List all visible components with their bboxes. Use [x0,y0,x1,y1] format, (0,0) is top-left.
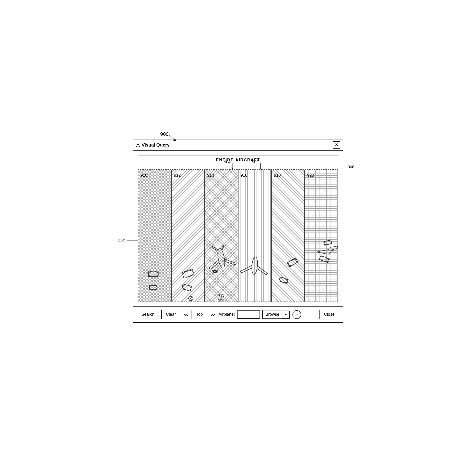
col-920: 920 [305,170,338,302]
col-label-912: 912 [174,173,181,178]
col-label-918: 918 [274,173,281,178]
label-906: 906 [212,270,218,274]
col-910: 910 [138,170,172,302]
toolbar: Search Clear ≪ Top ≫ Airplane: Browse ▼ … [133,307,343,322]
col-912: 912 [172,170,205,302]
browse-button[interactable]: Browse [263,310,282,318]
col-label-914: 914 [207,173,214,178]
clear-button[interactable]: Clear [161,310,180,319]
search-button[interactable]: Search [137,310,159,319]
svg-point-23 [320,256,330,263]
col-914: 914 [205,170,238,302]
window: △ Visual Query ✕ ENTIRE AIRCRAFT 908 904 [133,139,343,323]
svg-point-0 [148,271,158,277]
circle-icon: ○ [296,312,298,317]
airplane-label: Airplane: [218,312,235,317]
columns-container: 910 [138,170,338,302]
col-912-svg [172,170,205,302]
col-916-svg [238,170,271,302]
browse-dropdown-button[interactable]: ▼ [282,311,290,318]
browse-wrap: Browse ▼ [262,310,290,319]
fwd-arrow[interactable]: ≫ [210,312,216,317]
diagram-wrapper: 908 904 905 [138,169,338,302]
back-arrow[interactable]: ≪ [183,312,189,317]
svg-point-15 [220,298,222,300]
col-label-920: 920 [307,173,314,178]
circle-button[interactable]: ○ [292,310,301,319]
close-x-button[interactable]: ✕ [333,141,340,149]
label-904: 904 [224,160,230,164]
col-label-916: 916 [241,173,247,178]
close-button[interactable]: Close [320,310,339,319]
label-905: 905 [252,160,258,164]
warning-icon: △ [136,142,140,148]
outer-wrapper: 900 △ Visual Query ✕ ENTIRE AIRCR [133,131,343,323]
svg-rect-9 [182,284,192,291]
col-920-svg [305,170,338,302]
col-918: 918 [272,170,305,302]
aircraft-bar: ENTIRE AIRCRAFT [138,155,338,165]
airplane-input[interactable] [237,310,260,319]
col-916: 916 [238,170,272,302]
diagram-area: 910 [138,169,338,302]
content-area: ENTIRE AIRCRAFT 908 904 905 [133,151,343,307]
label-908: 908 [348,165,354,169]
col-914-svg [205,170,238,302]
col-910-svg [138,170,171,302]
col-918-svg [272,170,304,302]
top-button[interactable]: Top [192,310,207,319]
close-x-icon: ✕ [335,142,338,147]
col-label-910: 910 [140,173,147,178]
svg-point-14 [221,295,224,297]
svg-point-16 [251,257,258,274]
svg-point-2 [149,285,157,290]
